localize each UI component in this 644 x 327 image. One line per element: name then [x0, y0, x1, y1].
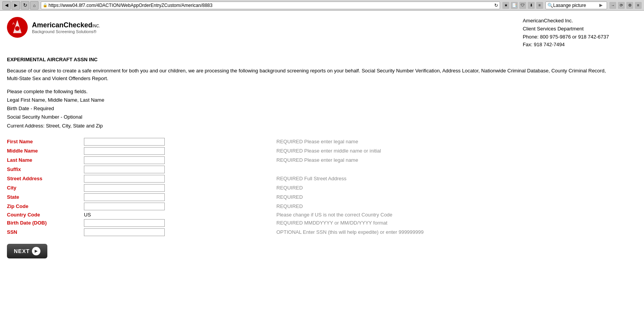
search-icon: 🔍 [547, 3, 553, 8]
page-header: A AmericanCheckedINC. Background Screeni… [7, 17, 609, 49]
form: First NameREQUIRED Please enter legal na… [7, 138, 609, 236]
form-hint-9: REQUIRED MMDDYYYY or MM/DD/YYYY format [276, 220, 387, 226]
form-input-first-name[interactable] [84, 138, 165, 146]
form-row: First NameREQUIRED Please enter legal na… [7, 138, 609, 146]
form-input-wrap-10 [84, 228, 169, 236]
form-input-last-name[interactable] [84, 156, 165, 164]
form-row: Suffix [7, 166, 609, 173]
instructions-block: Please complete the following fields. Le… [7, 87, 609, 130]
back-button[interactable]: ◀ [2, 1, 11, 10]
form-hint-4: REQUIRED Full Street Address [276, 176, 346, 181]
logo-subtitle: Background Screening Solutions® [32, 29, 100, 34]
form-input-wrap-7 [84, 203, 169, 210]
contact-phone: Phone: 800 975-9876 or 918 742-6737 [523, 33, 609, 41]
contact-fax: Fax: 918 742-7494 [523, 41, 609, 49]
form-input-wrap-5 [84, 184, 169, 192]
form-hint-5: REQUIRED [276, 185, 303, 191]
logo-icon: A [7, 17, 28, 38]
form-row: SSNOPTIONAL Enter SSN (this will help ex… [7, 228, 609, 236]
form-input-wrap-9 [84, 219, 169, 227]
contact-dept: Client Services Department [523, 25, 609, 33]
form-input-city[interactable] [84, 184, 165, 192]
form-hint-2: REQUIRED Please enter legal name [276, 157, 358, 163]
form-hint-0: REQUIRED Please enter legal name [276, 139, 358, 144]
next-button-label: NEXT [14, 248, 30, 254]
form-label-zip-code: Zip Code [7, 203, 84, 209]
form-input-suffix[interactable] [84, 166, 165, 173]
form-row: Last NameREQUIRED Please enter legal nam… [7, 156, 609, 164]
address-bar[interactable] [49, 3, 494, 8]
contact-info: AmericanChecked Inc. Client Services Dep… [523, 17, 609, 49]
form-input-birth-date-(dob)[interactable] [84, 219, 165, 227]
form-input-wrap-1 [84, 147, 169, 155]
browser-icon-bar: ★ 📑 🛡 ⬇ ≡ [502, 2, 543, 9]
next-arrow-icon: ► [32, 247, 40, 255]
form-hint-7: REQUIRED [276, 203, 303, 209]
search-bar-container: 🔍 ▶ [545, 2, 607, 9]
form-row: Street AddressREQUIRED Full Street Addre… [7, 175, 609, 183]
refresh-icon[interactable]: ⟳ [618, 2, 625, 9]
svg-text:A: A [12, 22, 15, 25]
form-label-middle-name: Middle Name [7, 148, 84, 154]
form-row: Middle NameREQUIRED Please enter middle … [7, 147, 609, 155]
nav-buttons: ◀ ▶ ↻ ⌂ [2, 1, 38, 10]
form-hint-8: Please change if US is not the correct C… [276, 212, 392, 218]
bookmark-star-icon[interactable]: ★ [502, 2, 509, 9]
svg-point-3 [15, 26, 20, 31]
form-input-wrap-3 [84, 166, 169, 173]
form-row: Zip CodeREQUIRED [7, 203, 609, 210]
address-bar-container: 🔒 ↻ [41, 2, 500, 9]
instruction-line-5: Current Address: Street, City, State and… [7, 122, 609, 130]
description-text: Because of our desire to create a safe e… [7, 67, 609, 82]
download-icon[interactable]: ⬇ [528, 2, 535, 9]
form-row: CityREQUIRED [7, 184, 609, 192]
search-arrow-icon[interactable]: ▶ [599, 3, 602, 8]
form-row: Country CodeUSPlease change if US is not… [7, 212, 609, 218]
menu-icon[interactable]: ≡ [635, 2, 642, 9]
instruction-line-3: Birth Date - Required [7, 104, 609, 113]
logo-main-text: AmericanCheckedINC. [32, 21, 100, 29]
form-input-street-address[interactable] [84, 175, 165, 183]
forward-button[interactable]: ▶ [12, 1, 20, 10]
logo-area: A AmericanCheckedINC. Background Screeni… [7, 17, 100, 38]
form-input-ssn[interactable] [84, 228, 165, 236]
lock-icon: 🔒 [43, 3, 47, 7]
instruction-line-2: Legal First Name, Middle Name, Last Name [7, 96, 609, 104]
form-label-ssn: SSN [7, 229, 84, 235]
browser-toolbar: ◀ ▶ ↻ ⌂ 🔒 ↻ ★ 📑 🛡 ⬇ ≡ 🔍 ▶ → ⟳ ⚙ ≡ [0, 0, 644, 11]
contact-company: AmericanChecked Inc. [523, 17, 609, 25]
form-input-wrap-8: US [84, 212, 169, 218]
form-input-zip-code[interactable] [84, 203, 165, 210]
logo-text: AmericanCheckedINC. Background Screening… [32, 21, 100, 34]
form-static-value-8: US [84, 212, 91, 218]
form-label-state: State [7, 194, 84, 200]
form-input-wrap-4 [84, 175, 169, 183]
form-hint-6: REQUIRED [276, 194, 303, 200]
home-button[interactable]: ⌂ [30, 1, 38, 10]
bookmark-icon[interactable]: 📑 [511, 2, 518, 9]
instruction-line-1: Please complete the following fields. [7, 87, 609, 96]
browser-extra-icons: → ⟳ ⚙ ≡ [609, 2, 642, 9]
form-input-wrap-0 [84, 138, 169, 146]
reload-icon-small[interactable]: ↻ [494, 3, 498, 8]
form-label-street-address: Street Address [7, 176, 84, 181]
form-label-last-name: Last Name [7, 157, 84, 163]
search-input[interactable] [553, 3, 599, 8]
form-row: Birth Date (DOB)REQUIRED MMDDYYYY or MM/… [7, 219, 609, 227]
form-hint-1: REQUIRED Please enter middle name or ini… [276, 148, 381, 154]
logo-inc: INC. [92, 24, 100, 28]
shield-icon[interactable]: 🛡 [519, 2, 526, 9]
form-row: StateREQUIRED [7, 193, 609, 201]
arrow-icon[interactable]: → [609, 2, 616, 9]
page-content: A AmericanCheckedINC. Background Screeni… [0, 11, 616, 265]
form-input-middle-name[interactable] [84, 147, 165, 155]
instruction-line-4: Social Security Number - Optional [7, 113, 609, 121]
form-label-first-name: First Name [7, 139, 84, 144]
org-name: EXPERIMENTAL AIRCRAFT ASSN INC [7, 57, 609, 62]
settings-icon[interactable]: ⚙ [626, 2, 633, 9]
form-hint-10: OPTIONAL Enter SSN (this will help exped… [276, 229, 424, 235]
form-input-state[interactable] [84, 193, 165, 201]
reload-button[interactable]: ↻ [21, 1, 29, 10]
next-button[interactable]: NEXT ► [7, 244, 47, 258]
more-icon[interactable]: ≡ [536, 2, 543, 9]
